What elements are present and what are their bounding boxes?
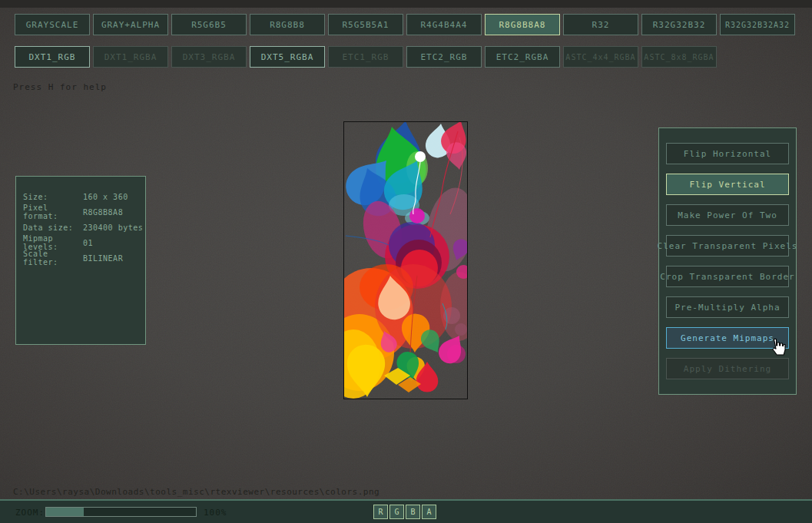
- format-button-gray-alpha[interactable]: GRAY+ALPHA: [93, 14, 168, 35]
- format-button-dxt5-rgba[interactable]: DXT5_RGBA: [250, 46, 325, 68]
- flip-horizontal-button[interactable]: Flip Horizontal: [666, 143, 789, 164]
- info-value: R8G8B8A8: [83, 208, 145, 217]
- info-label: Pixel format:: [23, 204, 83, 220]
- format-button-etc2-rgba[interactable]: ETC2_RGBA: [485, 46, 560, 68]
- info-value: 230400 bytes: [83, 223, 145, 232]
- flip-vertical-button[interactable]: Flip Vertical: [666, 174, 789, 195]
- info-row-pixel-format: Pixel format: R8G8B8A8: [16, 204, 145, 220]
- crop-transparent-border-button[interactable]: Crop Transparent Border: [666, 266, 789, 287]
- info-label: Data size:: [23, 223, 83, 232]
- format-button-astc-4x4-rgba: ASTC_4x4_RGBA: [563, 46, 638, 68]
- generate-mipmaps-button[interactable]: Generate Mipmaps: [666, 327, 789, 349]
- format-button-etc2-rgb[interactable]: ETC2_RGB: [406, 46, 482, 68]
- info-value: BILINEAR: [83, 254, 145, 263]
- zoom-slider[interactable]: [45, 507, 197, 517]
- status-bar: ZOOM: 100% R G B A: [0, 499, 812, 523]
- rtexviewer-window: GRAYSCALE GRAY+ALPHA R5G6B5 R8G8B8 R5G5B…: [0, 0, 812, 523]
- format-button-astc-8x8-rgba: ASTC_8x8_RGBA: [641, 46, 717, 68]
- info-row-data-size: Data size: 230400 bytes: [16, 220, 145, 235]
- info-label: Mipmap levels:: [23, 234, 83, 251]
- texture-info-rows: Size: 160 x 360 Pixel format: R8G8B8A8 D…: [16, 177, 145, 266]
- info-label: Size:: [23, 193, 83, 201]
- help-hint-text: Press H for help: [13, 82, 107, 92]
- format-button-r32[interactable]: R32: [563, 14, 638, 35]
- zoom-label: ZOOM:: [15, 508, 45, 518]
- channel-toggle-a[interactable]: A: [422, 505, 436, 519]
- format-button-r5g6b5[interactable]: R5G6B5: [171, 14, 247, 35]
- format-button-r8g8b8[interactable]: R8G8B8: [250, 14, 325, 35]
- texture-preview[interactable]: [343, 121, 468, 399]
- zoom-slider-fill: [46, 508, 84, 516]
- format-button-r8g8b8a8[interactable]: R8G8B8A8: [485, 14, 560, 35]
- texture-info-panel: Size: 160 x 360 Pixel format: R8G8B8A8 D…: [15, 176, 146, 345]
- file-path-text: C:\Users\raysa\Downloads\tools_misc\rtex…: [13, 487, 379, 497]
- info-row-mipmap-levels: Mipmap levels: 01: [16, 235, 145, 250]
- pixel-format-row-uncompressed: GRAYSCALE GRAY+ALPHA R5G6B5 R8G8B8 R5G5B…: [15, 14, 795, 35]
- format-button-r32g32b32[interactable]: R32G32B32: [641, 14, 717, 35]
- image-tools-panel: Flip Horizontal Flip Vertical Make Power…: [658, 127, 797, 395]
- format-button-dxt3-rgba: DXT3_RGBA: [171, 46, 247, 68]
- channel-toggle-group: R G B A: [373, 505, 436, 519]
- apply-dithering-button: Apply Dithering: [666, 358, 789, 379]
- info-value: 01: [83, 239, 145, 247]
- pre-multiply-alpha-button[interactable]: Pre-Multiply Alpha: [666, 296, 789, 318]
- pixel-format-row-compressed: DXT1_RGB DXT1_RGBA DXT3_RGBA DXT5_RGBA E…: [15, 46, 717, 68]
- info-row-size: Size: 160 x 360: [16, 189, 145, 204]
- texture-preview-image: [344, 122, 467, 399]
- channel-toggle-r[interactable]: R: [373, 505, 388, 519]
- zoom-value: 100%: [204, 508, 227, 518]
- format-button-r32g32b32a32[interactable]: R32G32B32A32: [720, 14, 795, 35]
- format-button-r4g4b4a4[interactable]: R4G4B4A4: [406, 14, 482, 35]
- format-button-dxt1-rgba: DXT1_RGBA: [93, 46, 168, 68]
- info-row-scale-filter: Scale filter: BILINEAR: [16, 250, 145, 266]
- format-button-grayscale[interactable]: GRAYSCALE: [15, 14, 90, 35]
- window-top-strip: [0, 0, 812, 8]
- format-button-etc1-rgb: ETC1_RGB: [328, 46, 403, 68]
- format-button-dxt1-rgb[interactable]: DXT1_RGB: [15, 46, 90, 68]
- channel-toggle-g[interactable]: G: [389, 505, 404, 519]
- info-value: 160 x 360: [83, 193, 145, 201]
- make-power-of-two-button[interactable]: Make Power Of Two: [666, 204, 789, 226]
- channel-toggle-b[interactable]: B: [406, 505, 420, 519]
- info-label: Scale filter:: [23, 250, 83, 266]
- clear-transparent-pixels-button[interactable]: Clear Transparent Pixels: [666, 235, 789, 257]
- format-button-r5g5b5a1[interactable]: R5G5B5A1: [328, 14, 403, 35]
